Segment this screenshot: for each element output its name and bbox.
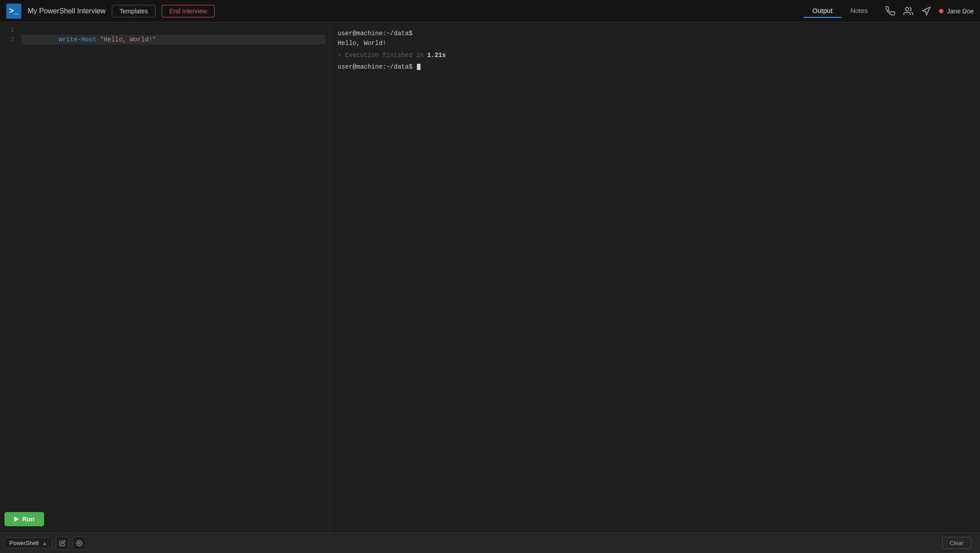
run-button[interactable]: Run	[4, 512, 44, 526]
run-label: Run	[22, 516, 34, 523]
clear-button[interactable]: Clear	[942, 537, 971, 549]
tab-output[interactable]: Output	[804, 4, 841, 18]
phone-icon[interactable]	[886, 6, 895, 16]
chevron-up-icon: ▲	[42, 541, 47, 546]
code-lines[interactable]: Write-Host "Hello, World!"	[18, 22, 329, 533]
templates-button[interactable]: Templates	[112, 5, 155, 17]
terminal-cursor	[417, 64, 421, 70]
editor-area[interactable]: 1 2 Write-Host "Hello, World!"	[0, 22, 329, 533]
output-footer: Clear	[330, 533, 980, 553]
status-dot	[939, 9, 943, 13]
terminal-exec-line: ⚡ Execution finished in 1.21s	[338, 50, 972, 60]
code-line-1: Write-Host "Hello, World!"	[21, 25, 326, 35]
edit-icon[interactable]	[56, 537, 69, 550]
run-icon	[14, 516, 19, 522]
editor-footer: PowerShell ▲	[0, 533, 329, 553]
username-label: Jane Doe	[947, 8, 974, 15]
right-tabs: Output Notes	[804, 4, 877, 18]
user-badge: Jane Doe	[939, 8, 974, 15]
header-bar: >_ My PowerShell Interview Templates End…	[0, 0, 980, 22]
people-icon[interactable]	[903, 6, 913, 16]
megaphone-icon[interactable]	[921, 6, 931, 16]
line-numbers: 1 2	[0, 22, 18, 45]
settings-icon[interactable]	[73, 537, 86, 550]
header-icons: Jane Doe	[886, 6, 974, 16]
exec-time: 1.21s	[427, 50, 446, 60]
svg-point-1	[78, 542, 80, 544]
svg-point-0	[906, 7, 909, 10]
language-label: PowerShell	[9, 540, 39, 546]
main-content: 1 2 Write-Host "Hello, World!" Run Power…	[0, 22, 980, 553]
terminal-output[interactable]: user@machine:~/data$ Hello, World! ⚡ Exe…	[330, 22, 980, 533]
language-selector[interactable]: PowerShell ▲	[4, 537, 52, 549]
terminal-prompt-2: user@machine:~/data$	[338, 62, 972, 72]
end-interview-button[interactable]: End Interview	[162, 5, 215, 17]
tab-notes[interactable]: Notes	[841, 4, 877, 18]
output-pane: user@machine:~/data$ Hello, World! ⚡ Exe…	[330, 22, 980, 553]
header-left: >_ My PowerShell Interview Templates End…	[6, 4, 796, 19]
terminal-prompt-1: user@machine:~/data$	[338, 29, 972, 38]
ps-icon: >_	[6, 4, 21, 19]
terminal-output-line-1: Hello, World!	[338, 38, 972, 48]
interview-title: My PowerShell Interview	[28, 7, 106, 15]
editor-pane: 1 2 Write-Host "Hello, World!" Run Power…	[0, 22, 330, 553]
header-right: Output Notes	[804, 4, 974, 18]
